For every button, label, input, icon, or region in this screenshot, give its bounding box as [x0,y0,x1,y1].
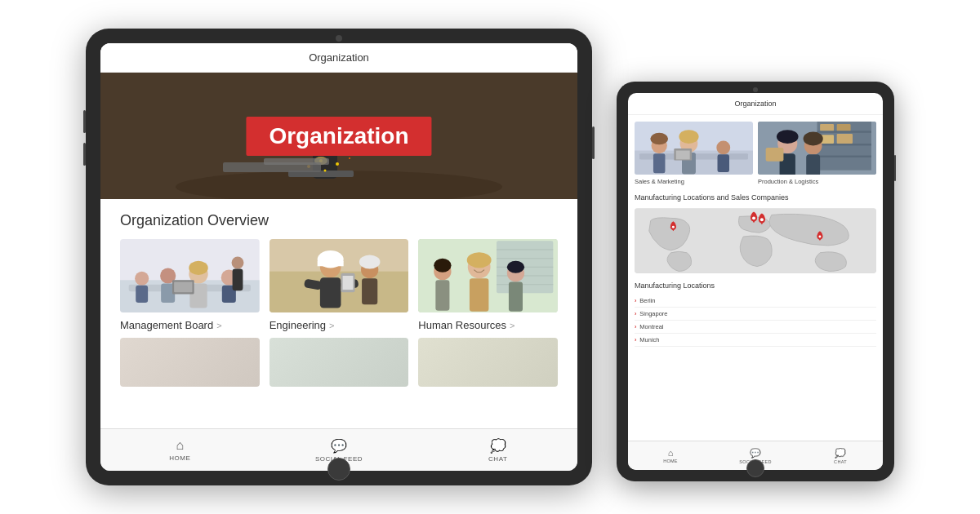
svg-point-99 [760,218,764,221]
tablet-small-camera [753,87,758,92]
more-card-2 [270,338,409,387]
chevron-munich: › [635,337,636,343]
svg-point-64 [507,261,524,273]
nav-item-chat[interactable]: 💭 CHAT [418,438,577,463]
overview-card-engineering[interactable]: Engineering > [270,239,409,331]
location-list: › Berlin › Singapore › Montreal › Munich [635,295,876,347]
large-top-bar: Organization [100,43,577,73]
svg-rect-81 [817,131,871,132]
engineering-card-label: Engineering > [270,319,335,331]
nav-chat-label: CHAT [488,455,507,463]
small-image-row: Sales & Marketing [635,122,876,185]
small-nav-home-label: HOME [663,459,678,463]
world-map [635,208,876,273]
more-card-1 [120,338,260,387]
svg-point-69 [650,133,668,145]
svg-point-101 [818,236,821,238]
sales-img [635,122,753,175]
management-card-img [120,239,260,312]
social-icon: 💬 [331,438,347,454]
small-chat-icon: 💭 [835,448,846,459]
overview-grid: Management Board > [100,239,577,331]
svg-rect-91 [766,148,784,162]
svg-point-58 [434,259,452,273]
svg-rect-84 [820,124,834,131]
svg-rect-44 [342,276,353,290]
chat-icon: 💭 [490,438,506,454]
svg-point-28 [189,261,207,275]
small-home-button[interactable] [746,459,764,477]
svg-rect-40 [320,277,341,308]
tablet-small-screen: Organization [628,93,883,470]
engineering-card-img [270,239,409,312]
svg-rect-34 [233,268,243,290]
small-top-bar-title: Organization [734,100,776,108]
more-cards-row [100,331,577,387]
production-label: Production & Logistics [758,178,876,185]
engineering-chevron: > [329,321,334,330]
tablet-large: Organization [86,29,592,485]
small-side-button [894,155,896,181]
nav-home-label: HOME [169,454,190,462]
svg-rect-60 [470,278,488,312]
list-item[interactable]: › Singapore [635,308,876,321]
chevron-montreal: › [635,324,636,330]
location-berlin: Berlin [639,297,655,304]
hr-card-img [418,239,558,312]
large-top-bar-title: Organization [309,51,369,64]
small-nav-home[interactable]: ⌂ HOME [628,448,713,463]
small-top-bar: Organization [628,93,883,115]
svg-rect-57 [436,280,450,310]
small-nav-chat[interactable]: 💭 CHAT [798,448,883,464]
svg-rect-18 [264,158,329,165]
tablet-large-camera [336,35,342,42]
list-item[interactable]: › Berlin [635,295,876,308]
home-icon: ⌂ [176,438,185,453]
production-img [758,122,876,175]
svg-point-97 [752,216,755,219]
list-item[interactable]: › Munich [635,334,876,347]
small-card-production[interactable]: Production & Logistics [758,122,876,185]
small-nav-chat-label: CHAT [834,459,847,464]
svg-rect-70 [653,153,666,173]
management-card-label: Management Board > [120,319,222,331]
svg-point-15 [324,170,327,172]
nav-item-home[interactable]: ⌂ HOME [100,438,260,462]
tablet-large-screen: Organization [100,43,577,471]
svg-point-76 [716,140,730,154]
chevron-berlin: › [635,298,636,304]
svg-point-10 [336,162,339,166]
svg-point-14 [349,157,350,159]
volume-up-button [83,110,86,133]
svg-point-89 [777,130,799,144]
sales-label: Sales & Marketing [635,178,753,185]
svg-rect-47 [362,278,377,304]
small-locations-title: Manufacturing Locations [635,281,876,290]
svg-rect-75 [676,151,690,160]
svg-point-93 [804,132,823,146]
large-screen-content: Organization [100,43,577,428]
svg-rect-23 [136,286,148,303]
overview-card-management[interactable]: Management Board > [120,239,260,331]
location-montreal: Montreal [639,323,663,330]
overview-card-hr[interactable]: Human Resources > [418,239,558,331]
svg-rect-83 [817,156,871,157]
scene: Organization [0,0,980,514]
side-button [592,126,595,159]
hero-label: Organization [246,117,431,156]
list-item[interactable]: › Montreal [635,321,876,334]
small-card-sales[interactable]: Sales & Marketing [635,122,753,185]
svg-rect-77 [718,154,730,172]
hr-card-label: Human Resources > [418,319,514,331]
small-social-icon: 💬 [750,448,761,459]
svg-point-103 [672,226,675,228]
volume-down-button [83,143,86,166]
svg-rect-85 [837,124,851,131]
svg-rect-87 [837,134,853,144]
svg-rect-82 [817,144,871,145]
hr-chevron: > [510,321,514,330]
large-home-button[interactable] [327,458,350,481]
small-map-section-title: Manufacturing Locations and Sales Compan… [635,193,876,202]
location-singapore: Singapore [639,310,667,317]
tablet-small: Organization [617,82,894,481]
